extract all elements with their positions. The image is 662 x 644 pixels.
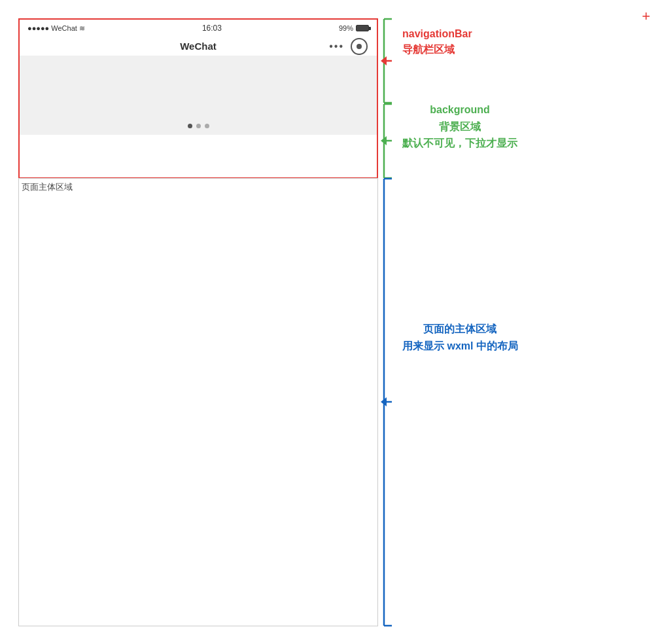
carousel-dots (188, 124, 209, 128)
plus-icon[interactable]: + (642, 9, 650, 24)
battery-percent: 99% (339, 24, 353, 32)
background-area (20, 56, 377, 135)
page-main-label: 页面主体区域 (22, 181, 73, 193)
nav-bar-label-line1: navigationBar (402, 26, 472, 42)
status-right: 99% (339, 24, 369, 32)
main-label-line1: 页面的主体区域 (402, 321, 518, 338)
bg-label-line2: 背景区域 (402, 118, 517, 135)
background-bracket (377, 103, 400, 179)
carousel-dot-1 (188, 124, 192, 128)
nav-target-icon[interactable] (351, 38, 368, 55)
status-bar: ●●●●● WeChat ≋ 16:03 99% (20, 20, 377, 37)
carousel-dot-2 (196, 124, 201, 128)
main-area-label: 页面的主体区域 用来显示 wxml 中的布局 (402, 321, 518, 354)
nav-bar-bracket (377, 18, 400, 103)
bg-label-line3: 默认不可见，下拉才显示 (402, 135, 517, 152)
nav-bar-label-line2: 导航栏区域 (402, 42, 472, 58)
nav-more-dots[interactable]: ••• (329, 41, 344, 52)
main-label-line2: 用来显示 wxml 中的布局 (402, 338, 518, 355)
status-time: 16:03 (202, 24, 222, 33)
nav-title-row: WeChat ••• (20, 37, 377, 56)
status-left: ●●●●● WeChat ≋ (27, 24, 85, 33)
nav-title: WeChat (180, 41, 217, 52)
nav-bar-label: navigationBar 导航栏区域 (402, 26, 472, 58)
page-main-area (18, 178, 378, 626)
background-label: background 背景区域 默认不可见，下拉才显示 (402, 101, 517, 152)
main-area-bracket (377, 178, 400, 626)
carousel-dot-3 (205, 124, 209, 128)
battery-icon (356, 25, 369, 31)
bg-label-line1: background (402, 101, 517, 118)
navigation-bar-region: ●●●●● WeChat ≋ 16:03 99% WeChat ••• (18, 18, 378, 179)
